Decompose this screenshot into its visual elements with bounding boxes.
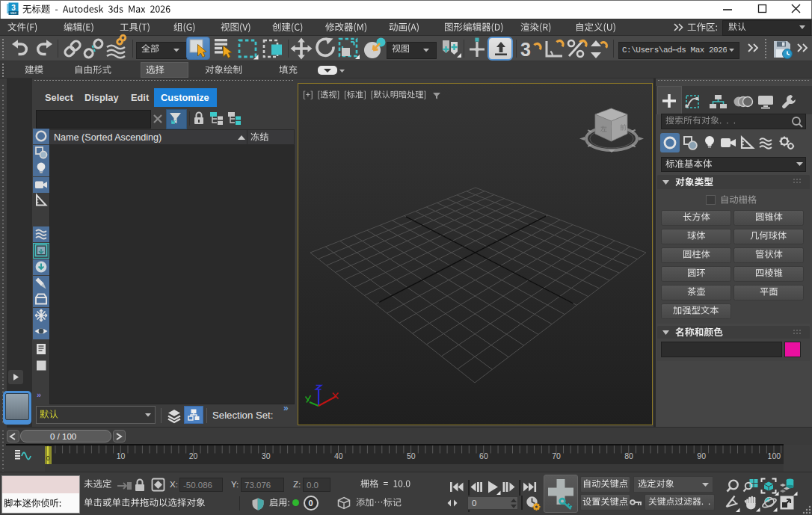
svg-text:MAX: MAX — [10, 12, 17, 15]
svg-text:3: 3 — [520, 39, 531, 60]
svg-text:3: 3 — [11, 4, 16, 12]
